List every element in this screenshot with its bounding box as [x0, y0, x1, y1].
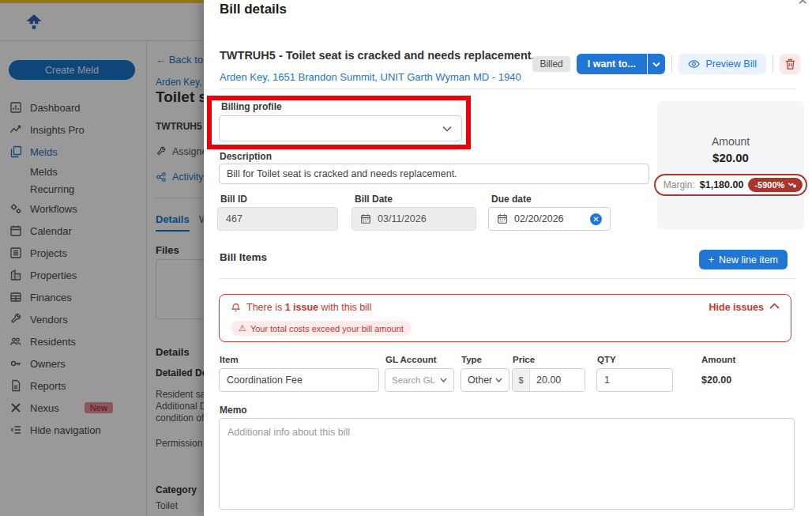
due-date-label: Due date [491, 194, 532, 205]
price-field: $ [512, 368, 585, 392]
bill-details-modal: Bill details ✕ TWTRUH5 - Toilet seat is … [204, 0, 812, 516]
column-header-amount: Amount [701, 355, 735, 364]
hide-issues-label: Hide issues [709, 302, 764, 313]
description-label: Description [220, 151, 272, 162]
type-select[interactable]: Other [461, 368, 509, 392]
bill-items-heading: Bill Items [220, 251, 267, 263]
due-date-value: 02/20/2026 [514, 213, 564, 224]
delete-bill-button[interactable] [780, 54, 800, 74]
app-root: Create Meld Dashboard Insights Pro Melds… [0, 0, 812, 516]
close-icon[interactable]: ✕ [798, 0, 808, 8]
trash-icon [785, 58, 795, 70]
trend-down-icon [788, 182, 796, 188]
chevron-down-icon [495, 378, 502, 382]
amount-value: $20.00 [712, 151, 749, 164]
memo-textarea[interactable] [219, 418, 795, 510]
new-line-item-label: New line item [719, 254, 778, 266]
billing-profile-select[interactable] [219, 115, 462, 141]
column-header-qty: QTY [597, 355, 616, 364]
margin-pill: Margin: $1,180.00 -5900% [654, 174, 808, 196]
type-value: Other [468, 375, 492, 386]
margin-value: $1,180.00 [700, 179, 744, 190]
warning-triangle-icon: ⚠ [239, 323, 246, 333]
bill-issues-box: There is 1 issue with this bill Hide iss… [219, 294, 791, 342]
preview-bill-label: Preview Bill [705, 58, 757, 70]
divider [220, 89, 796, 89]
line-item-name-cell [219, 368, 379, 392]
bill-actions: Billed I want to... Preview Bill [532, 54, 800, 74]
currency-prefix: $ [513, 369, 530, 391]
bill-heading: TWTRUH5 - Toilet seat is cracked and nee… [220, 49, 575, 62]
plus-icon: + [709, 254, 714, 266]
memo-label: Memo [220, 405, 247, 416]
bill-date-value: 03/11/2026 [378, 213, 427, 224]
chevron-up-icon [769, 303, 780, 313]
margin-percent-badge: -5900% [748, 178, 803, 192]
chevron-down-icon [440, 378, 447, 382]
gl-account-placeholder: Search GL acco [392, 375, 437, 385]
issue-warning-text: Your total costs exceed your bill amount [250, 324, 404, 333]
chevron-down-icon [442, 126, 452, 132]
column-header-item: Item [220, 355, 239, 364]
column-header-type: Type [461, 355, 482, 364]
column-header-gl-account: GL Account [385, 355, 437, 364]
qty-cell [596, 368, 673, 392]
bill-id-value: 467 [226, 213, 242, 224]
chevron-down-icon [652, 62, 660, 67]
bill-date-label: Bill Date [355, 194, 393, 205]
due-date-field[interactable]: 02/20/2026 ✕ [488, 207, 611, 231]
calendar-icon [360, 213, 371, 224]
line-amount-value: $20.00 [701, 368, 765, 392]
calendar-icon [497, 213, 508, 224]
divider [671, 55, 672, 73]
issue-warning-pill: ⚠ Your total costs exceed your bill amou… [231, 321, 412, 336]
issues-summary: There is 1 issue with this bill [246, 302, 371, 313]
item-name-input[interactable] [219, 368, 379, 392]
property-address-link[interactable]: Arden Key, 1651 Brandon Summit, UNIT Gar… [220, 71, 521, 83]
qty-input[interactable] [596, 368, 673, 392]
billing-profile-label: Billing profile [221, 101, 282, 112]
bill-id-label: Bill ID [220, 194, 247, 205]
margin-percent-value: -5900% [754, 180, 784, 190]
i-want-to-split-button: I want to... [577, 54, 666, 74]
margin-label: Margin: [664, 179, 695, 190]
modal-title: Bill details [220, 2, 287, 17]
i-want-to-dropdown-button[interactable] [648, 54, 665, 74]
divider [220, 278, 796, 279]
clear-date-icon[interactable]: ✕ [590, 213, 602, 225]
divider [773, 55, 773, 73]
bill-date-field: 03/11/2026 [351, 207, 476, 231]
preview-bill-button[interactable]: Preview Bill [679, 54, 766, 74]
bill-id-field: 467 [217, 207, 338, 231]
price-input[interactable] [530, 369, 585, 391]
amount-panel: Amount $20.00 Margin: $1,180.00 -5900% [657, 101, 804, 229]
amount-label: Amount [712, 135, 750, 148]
modal-backdrop[interactable] [0, 0, 204, 516]
eye-icon [688, 59, 700, 69]
gl-account-select[interactable]: Search GL acco [385, 368, 454, 392]
bell-icon [231, 303, 241, 313]
description-input[interactable] [219, 164, 649, 184]
status-badge: Billed [532, 56, 570, 72]
i-want-to-button[interactable]: I want to... [577, 54, 647, 74]
column-header-price: Price [513, 355, 535, 364]
new-line-item-button[interactable]: + New line item [699, 250, 788, 269]
hide-issues-button[interactable]: Hide issues [709, 302, 780, 313]
